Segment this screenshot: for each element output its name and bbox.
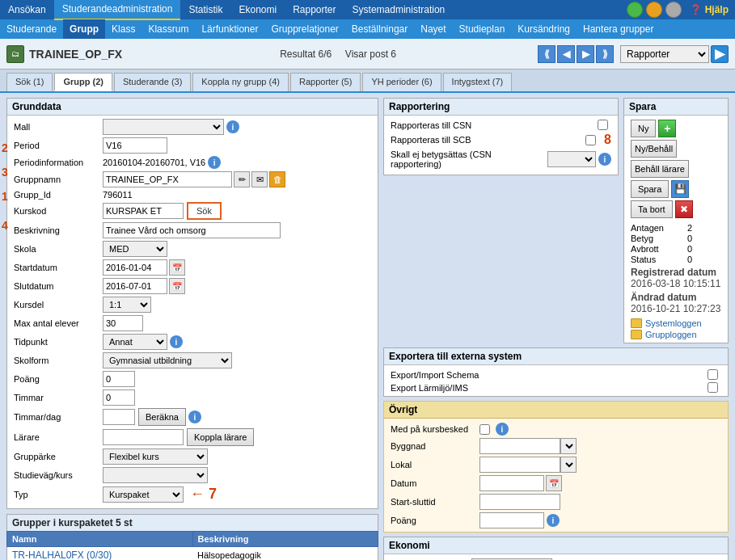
timmar-input[interactable] xyxy=(103,389,135,406)
subnav-bestallningar[interactable]: Beställningar xyxy=(345,19,414,39)
slutdatum-input[interactable] xyxy=(103,278,167,294)
skola-select[interactable]: MED xyxy=(103,241,167,257)
larare-input[interactable] xyxy=(103,429,184,445)
info-icon-poang-ovrigt[interactable]: i xyxy=(547,514,560,527)
nav-statistik[interactable]: Statistik xyxy=(180,0,230,19)
subnav-studieplan[interactable]: Studieplan xyxy=(453,19,512,39)
poang-input[interactable] xyxy=(103,371,135,387)
sok-button[interactable]: Sök xyxy=(187,202,222,220)
byggnad-select[interactable] xyxy=(560,438,577,454)
grupploggen-link[interactable]: Grupploggen xyxy=(645,330,697,339)
tab-koppla[interactable]: Koppla ny grupp (4) xyxy=(192,73,289,91)
timmar-dag-input[interactable] xyxy=(103,409,135,425)
go-button[interactable]: ▶ xyxy=(711,45,729,63)
koppla-larare-button[interactable]: Koppla lärare xyxy=(187,428,254,446)
ta-bort-button[interactable]: Ta bort xyxy=(631,200,673,218)
info-icon-period[interactable]: i xyxy=(208,156,221,169)
ny-green-icon[interactable]: + xyxy=(658,120,676,137)
last-page-btn[interactable]: ⟫ xyxy=(596,45,614,63)
tab-studerande[interactable]: Studerande (3) xyxy=(114,73,191,91)
subnav-larfunktioner[interactable]: Lärfunktioner xyxy=(195,19,264,39)
byggnad-input[interactable] xyxy=(479,438,560,454)
info-icon-tidpunkt[interactable]: i xyxy=(170,335,183,348)
info-icon-berakna[interactable]: i xyxy=(188,411,201,423)
behall-larare-button[interactable]: Behåll lärare xyxy=(631,160,689,178)
subnav-grupprelatjoner[interactable]: Grupprelatjoner xyxy=(264,19,344,39)
spara-button[interactable]: Spara xyxy=(631,180,669,198)
help-link[interactable]: ❓ Hjälp xyxy=(690,4,729,15)
ny-button[interactable]: Ny xyxy=(631,120,656,137)
tab-intygstext[interactable]: Intygstext (7) xyxy=(443,73,513,91)
info-icon-med-pa[interactable]: i xyxy=(496,423,509,436)
info-icon-mall[interactable]: i xyxy=(226,120,239,133)
user-icon[interactable] xyxy=(646,2,662,18)
tab-rapporter[interactable]: Rapporter (5) xyxy=(290,73,361,91)
nav-studerandeadministration[interactable]: Studerandeadministration xyxy=(54,0,181,20)
globe-icon[interactable] xyxy=(627,2,643,18)
edit-icon[interactable]: ✏ xyxy=(234,171,250,187)
kurskod-input[interactable] xyxy=(103,203,184,219)
larmmiljo-checkbox[interactable] xyxy=(708,382,718,393)
subnav-kursandring[interactable]: Kursändring xyxy=(511,19,577,39)
tidpunkt-select[interactable]: Annat xyxy=(103,334,167,350)
grupp-link-1[interactable]: TR-HALHAL0FX (0/30) xyxy=(12,549,112,560)
schema-checkbox[interactable] xyxy=(708,369,718,380)
subnav-grupp[interactable]: Grupp xyxy=(63,19,105,39)
spara-disk-icon[interactable]: 💾 xyxy=(671,180,689,198)
start-sluttid-input[interactable] xyxy=(479,494,560,510)
poang-ovrigt-label: Poäng xyxy=(391,516,479,525)
datum-cal-btn[interactable]: 📅 xyxy=(546,475,562,491)
startdatum-cal[interactable]: 📅 xyxy=(169,259,185,276)
systemloggen-link[interactable]: Systemloggen xyxy=(645,318,702,328)
skall-ej-select[interactable] xyxy=(547,151,596,167)
csn-checkbox[interactable] xyxy=(598,120,608,130)
poang-ovrigt-input[interactable] xyxy=(479,512,544,528)
tab-grupp[interactable]: Grupp (2) xyxy=(54,73,112,91)
tab-yh-perioder[interactable]: YH perioder (6) xyxy=(362,73,441,91)
nav-ekonomi[interactable]: Ekonomi xyxy=(230,0,285,19)
tab-sok[interactable]: Sök (1) xyxy=(6,73,53,91)
max-antal-input[interactable] xyxy=(103,315,143,331)
next-page-btn[interactable]: ▶ xyxy=(577,45,594,63)
delete-icon[interactable]: 🗑 xyxy=(269,171,285,187)
scb-checkbox[interactable] xyxy=(585,135,596,145)
studieval-select[interactable] xyxy=(103,467,208,483)
gruppmarke-select[interactable]: Flexibel kurs xyxy=(103,448,208,465)
prev-page-btn[interactable]: ◀ xyxy=(557,45,575,63)
info-icon-skall[interactable]: i xyxy=(598,153,611,166)
rapportering-title: Rapportering xyxy=(384,99,618,116)
subnav-nayet[interactable]: Nayet xyxy=(414,19,452,39)
period-input[interactable] xyxy=(103,137,167,154)
lokal-input[interactable] xyxy=(479,457,560,473)
berakna-button[interactable]: Beräkna xyxy=(138,408,186,426)
typ-select[interactable]: Kurspaket xyxy=(103,486,184,503)
avbrott-value: 0 xyxy=(687,244,692,254)
lock-icon[interactable] xyxy=(665,2,682,18)
folder-icon-grupp xyxy=(631,330,642,339)
subnav-hantera-grupper[interactable]: Hantera grupper xyxy=(577,19,660,39)
startdatum-input[interactable] xyxy=(103,259,167,276)
mall-select[interactable] xyxy=(103,119,224,135)
lokal-select[interactable] xyxy=(560,457,577,473)
datum-input[interactable] xyxy=(479,475,544,491)
nav-rapporter[interactable]: Rapporter xyxy=(285,0,344,19)
beskrivning-input[interactable] xyxy=(103,222,281,238)
med-pa-checkbox[interactable] xyxy=(479,424,490,435)
slutdatum-cal[interactable]: 📅 xyxy=(169,278,185,294)
subnav-klassrum[interactable]: Klassrum xyxy=(142,19,195,39)
rapporter-select[interactable]: Rapporter xyxy=(620,45,709,63)
skolform-select[interactable]: Gymnasial utbildning xyxy=(103,352,232,368)
nav-systemadministration[interactable]: Systemadministration xyxy=(344,0,454,19)
gruppnamn-input[interactable] xyxy=(103,171,232,187)
ann-4: 4 xyxy=(0,219,8,232)
stats-section: Antagen 2 Betyg 0 Avbrott 0 Status 0 xyxy=(631,223,721,264)
subnav-klass[interactable]: Klass xyxy=(105,19,142,39)
first-page-btn[interactable]: ⟪ xyxy=(538,45,555,63)
ny-befall-button[interactable]: Ny/Behåll xyxy=(631,140,677,158)
ta-bort-red-icon[interactable]: ✖ xyxy=(675,200,693,218)
email-icon[interactable]: ✉ xyxy=(251,171,268,187)
nav-ansökan[interactable]: Ansökan xyxy=(0,0,54,19)
subnav-studerande[interactable]: Studerande xyxy=(0,19,63,39)
slutdatum-label: Slutdatum xyxy=(14,281,103,291)
kursdel-select[interactable]: 1:1 xyxy=(103,297,151,313)
